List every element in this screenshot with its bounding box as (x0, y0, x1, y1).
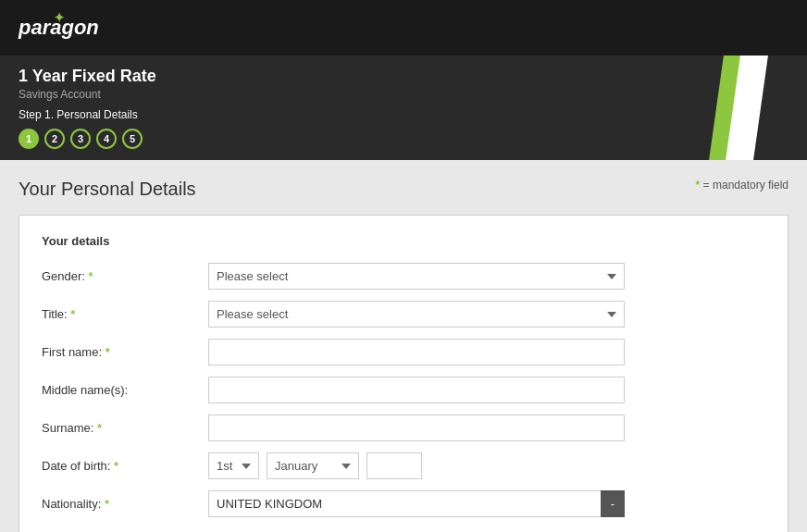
form-section-title: Your details (42, 234, 765, 248)
mandatory-note: * = mandatory field (696, 179, 788, 192)
product-subtitle: Savings Account (19, 88, 788, 101)
step-circle-3[interactable]: 3 (70, 129, 91, 149)
dob-asterisk: * (114, 459, 118, 473)
product-title: 1 Year Fixed Rate (19, 67, 788, 86)
gender-row: Gender: * Please select (42, 263, 765, 290)
dob-fields: 1st 2nd 3rd January February March (208, 452, 625, 479)
middlename-label: Middle name(s): (42, 383, 208, 397)
nationality-clear-button[interactable]: - (601, 490, 625, 517)
step-label-text: Personal Details (54, 108, 138, 121)
nationality-asterisk: * (105, 497, 109, 511)
step-label: Step 1. Personal Details (19, 108, 788, 121)
title-row: Title: * Please select (42, 301, 765, 328)
middlename-row: Middle name(s): (42, 377, 765, 403)
firstname-row: First name: * (42, 339, 765, 365)
logo: paragon ✦ (19, 16, 99, 40)
page-title: Your Personal Details (19, 179, 196, 200)
firstname-control (208, 339, 625, 365)
nationality-label: Nationality: * (42, 497, 208, 511)
middlename-control (208, 377, 625, 403)
header: paragon ✦ (0, 0, 807, 56)
firstname-asterisk: * (106, 345, 110, 359)
gender-select[interactable]: Please select (208, 263, 625, 290)
surname-row: Surname: * (42, 414, 765, 441)
step-circles: 1 2 3 4 5 (19, 129, 788, 160)
nationality-row: Nationality: * - (42, 490, 765, 517)
dob-day-select[interactable]: 1st 2nd 3rd (208, 452, 259, 479)
title-control: Please select (208, 301, 625, 328)
form-card: Your details Gender: * Please select Tit… (19, 215, 788, 532)
gender-control: Please select (208, 263, 625, 290)
dob-row: Date of birth: * 1st 2nd 3rd January Feb… (42, 452, 765, 479)
surname-input[interactable] (208, 414, 625, 441)
nationality-input[interactable] (208, 490, 601, 517)
title-asterisk: * (70, 307, 75, 321)
title-select[interactable]: Please select (208, 301, 625, 328)
firstname-label: First name: * (42, 345, 208, 359)
firstname-input[interactable] (208, 339, 625, 365)
dob-label: Date of birth: * (42, 459, 208, 473)
surname-label: Surname: * (42, 421, 208, 435)
surname-control (208, 414, 625, 441)
dob-month-select[interactable]: January February March (267, 452, 359, 479)
step-circle-4[interactable]: 4 (96, 129, 117, 149)
dob-year-input[interactable] (366, 452, 422, 479)
step-circle-5[interactable]: 5 (122, 129, 143, 149)
nationality-field-row: - (208, 490, 625, 517)
step-circle-2[interactable]: 2 (44, 129, 65, 149)
step-circle-1[interactable]: 1 (19, 129, 39, 149)
dob-control: 1st 2nd 3rd January February March (208, 452, 625, 479)
nationality-control: - (208, 490, 625, 517)
logo-leaf-icon: ✦ (54, 10, 65, 25)
title-label: Title: * (42, 307, 208, 321)
middlename-input[interactable] (208, 377, 625, 403)
surname-asterisk: * (97, 421, 102, 435)
gender-label: Gender: * (42, 269, 208, 283)
sub-header: 1 Year Fixed Rate Savings Account Step 1… (0, 56, 807, 160)
gender-asterisk: * (89, 269, 93, 283)
page-header: Your Personal Details * = mandatory fiel… (19, 179, 788, 200)
step-label-prefix: Step 1. (19, 108, 54, 121)
main-content: Your Personal Details * = mandatory fiel… (0, 160, 807, 532)
